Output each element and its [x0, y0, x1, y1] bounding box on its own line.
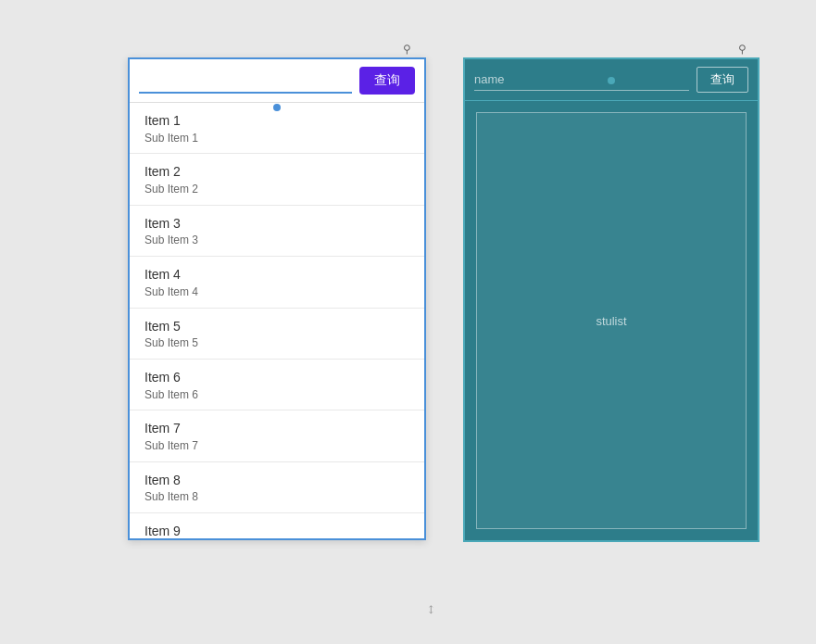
pin-icon-right: ⚲ — [738, 43, 747, 56]
right-panel: 查询 stulist — [463, 57, 760, 542]
right-panel-header: 查询 — [465, 59, 758, 101]
item-subtitle: Sub Item 2 — [144, 182, 409, 197]
list-container[interactable]: Item 1 Sub Item 1 Item 2 Sub Item 2 Item… — [130, 103, 424, 538]
list-item[interactable]: Item 2 Sub Item 2 — [130, 154, 424, 205]
right-content-area: stulist — [476, 112, 747, 529]
item-title: Item 1 — [144, 112, 409, 131]
stulist-label: stulist — [596, 314, 626, 328]
canvas: ⚲ ⚲ 查询 Item 1 Sub Item 1 Item 2 Sub Item… — [0, 0, 816, 644]
list-item[interactable]: Item 5 Sub Item 5 — [130, 309, 424, 360]
item-title: Item 8 — [144, 472, 409, 490]
item-title: Item 6 — [144, 369, 409, 387]
list-item[interactable]: Item 4 Sub Item 4 — [130, 257, 424, 308]
item-subtitle: Sub Item 3 — [144, 233, 409, 248]
search-bar: 查询 — [130, 59, 424, 103]
item-title: Item 7 — [144, 420, 409, 438]
list-item[interactable]: Item 3 Sub Item 3 — [130, 206, 424, 257]
item-subtitle: Sub Item 4 — [144, 284, 409, 300]
left-panel: 查询 Item 1 Sub Item 1 Item 2 Sub Item 2 I… — [128, 57, 426, 540]
pin-icon-left: ⚲ — [403, 43, 411, 56]
list-item[interactable]: Item 8 Sub Item 8 — [130, 462, 424, 513]
item-subtitle: Sub Item 5 — [144, 335, 409, 351]
list-item[interactable]: Item 9 Sub Item 9 — [130, 513, 424, 538]
item-subtitle: Sub Item 7 — [144, 438, 409, 454]
list-item[interactable]: Item 7 Sub Item 7 — [130, 410, 424, 461]
item-subtitle: Sub Item 1 — [144, 131, 409, 146]
right-name-input[interactable] — [474, 69, 689, 91]
resize-handle[interactable]: ⤡ — [423, 602, 439, 618]
item-title: Item 4 — [144, 266, 409, 284]
item-title: Item 9 — [144, 523, 409, 538]
scroll-indicator-right — [608, 77, 615, 84]
list-item[interactable]: Item 6 Sub Item 6 — [130, 360, 424, 410]
item-title: Item 2 — [144, 163, 409, 182]
search-input[interactable] — [139, 68, 352, 94]
query-button-right[interactable]: 查询 — [697, 67, 748, 93]
item-subtitle: Sub Item 6 — [144, 387, 409, 403]
list-item[interactable]: Item 1 Sub Item 1 — [130, 103, 424, 154]
item-title: Item 5 — [144, 318, 409, 336]
query-button-left[interactable]: 查询 — [359, 67, 415, 95]
item-subtitle: Sub Item 8 — [144, 489, 409, 505]
item-title: Item 3 — [144, 215, 409, 234]
